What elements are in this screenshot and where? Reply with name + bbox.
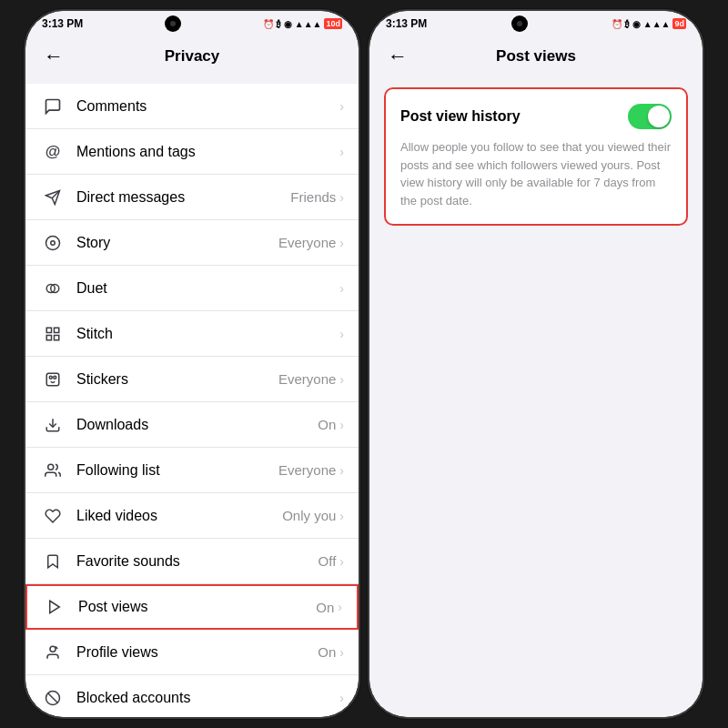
- right-time: 3:13 PM: [386, 17, 427, 30]
- menu-item-story[interactable]: Story Everyone ›: [25, 220, 359, 266]
- menu-item-blocked[interactable]: Blocked accounts ›: [25, 675, 359, 717]
- svg-rect-9: [55, 335, 59, 339]
- post-view-toggle[interactable]: [628, 104, 672, 129]
- postviews-value: On: [316, 600, 334, 615]
- favorite-value: Off: [318, 553, 337, 569]
- duet-chevron: ›: [339, 281, 344, 296]
- svg-rect-10: [46, 373, 59, 386]
- svg-rect-8: [46, 335, 51, 339]
- menu-item-following[interactable]: Following list Everyone ›: [25, 448, 359, 493]
- menu-item-profileviews[interactable]: Profile views On ›: [25, 630, 359, 675]
- svg-point-16: [50, 646, 56, 652]
- left-back-button[interactable]: ←: [40, 41, 67, 72]
- post-view-history-card: Post view history Allow people you follo…: [384, 87, 688, 226]
- card-description: Allow people you follow to see that you …: [400, 138, 672, 209]
- following-label: Following list: [76, 462, 278, 479]
- right-back-button[interactable]: ←: [384, 41, 411, 72]
- following-value: Everyone: [278, 462, 336, 478]
- menu-item-favorite[interactable]: Favorite sounds Off ›: [25, 539, 359, 584]
- stickers-chevron: ›: [339, 372, 344, 387]
- stickers-icon: [40, 367, 66, 392]
- stitch-label: Stitch: [76, 326, 339, 342]
- dm-chevron: ›: [339, 190, 344, 205]
- right-status-icons: ⏰ ₿ ◉ ▲▲▲ 9d: [612, 18, 686, 29]
- downloads-chevron: ›: [339, 418, 344, 432]
- profileviews-icon: [40, 640, 66, 665]
- toggle-thumb: [648, 106, 670, 127]
- stickers-value: Everyone: [278, 371, 336, 387]
- postviews-label: Post views: [78, 599, 316, 615]
- story-icon: [40, 230, 66, 256]
- camera-dot: [165, 15, 181, 32]
- story-value: Everyone: [278, 235, 336, 250]
- card-title: Post view history: [400, 108, 521, 125]
- story-chevron: ›: [339, 236, 344, 250]
- postviews-icon: [42, 594, 67, 620]
- following-icon: [40, 458, 66, 483]
- comments-icon: [40, 94, 66, 119]
- liked-value: Only you: [282, 508, 336, 523]
- left-scroll-content: Comments › @ Mentions and tags ›: [25, 76, 359, 717]
- right-scroll-content: Post view history Allow people you follo…: [369, 76, 703, 717]
- mentions-label: Mentions and tags: [76, 144, 339, 160]
- left-battery: 10d: [324, 18, 342, 29]
- left-status-bar: 3:13 PM ⏰ ₿ ◉ ▲▲▲ 10d: [25, 11, 359, 36]
- svg-rect-6: [46, 328, 51, 332]
- profileviews-value: On: [318, 644, 336, 660]
- following-chevron: ›: [339, 463, 344, 478]
- liked-chevron: ›: [339, 509, 344, 523]
- menu-item-mentions[interactable]: @ Mentions and tags ›: [25, 129, 359, 175]
- menu-item-stickers[interactable]: Stickers Everyone ›: [25, 357, 359, 402]
- card-header: Post view history: [400, 104, 672, 129]
- dm-label: Direct messages: [76, 189, 290, 206]
- right-phone: 3:13 PM ⏰ ₿ ◉ ▲▲▲ 9d ← Post views Post v…: [368, 9, 704, 719]
- menu-item-dm[interactable]: Direct messages Friends ›: [25, 175, 359, 220]
- mentions-chevron: ›: [339, 145, 344, 159]
- mentions-icon: @: [40, 139, 66, 165]
- right-page-title: Post views: [411, 47, 661, 66]
- svg-point-3: [51, 240, 56, 245]
- downloads-value: On: [318, 417, 336, 432]
- liked-icon: [40, 503, 66, 529]
- privacy-menu: Comments › @ Mentions and tags ›: [25, 84, 359, 717]
- menu-item-duet[interactable]: Duet ›: [25, 266, 359, 311]
- blocked-label: Blocked accounts: [76, 690, 339, 706]
- stitch-icon: [40, 321, 66, 347]
- svg-rect-7: [55, 328, 59, 332]
- stitch-chevron: ›: [339, 327, 344, 341]
- postviews-chevron: ›: [338, 600, 342, 614]
- favorite-chevron: ›: [339, 554, 344, 569]
- right-status-bar: 3:13 PM ⏰ ₿ ◉ ▲▲▲ 9d: [369, 11, 703, 36]
- menu-item-stitch[interactable]: Stitch ›: [25, 311, 359, 357]
- status-icons: ⏰ ₿ ◉ ▲▲▲ 10d: [263, 18, 342, 29]
- liked-label: Liked videos: [76, 508, 282, 524]
- favorite-icon: [40, 549, 66, 574]
- svg-point-11: [49, 376, 52, 379]
- profileviews-label: Profile views: [76, 644, 318, 661]
- blocked-icon: [40, 685, 66, 711]
- right-nav-bar: ← Post views: [369, 36, 703, 76]
- svg-line-18: [48, 693, 58, 703]
- menu-item-comments[interactable]: Comments ›: [25, 84, 359, 129]
- downloads-icon: [40, 412, 66, 438]
- dm-icon: [40, 185, 66, 210]
- right-battery: 9d: [672, 18, 686, 29]
- menu-item-postviews[interactable]: Post views On ›: [25, 584, 359, 630]
- comments-chevron: ›: [339, 99, 344, 114]
- svg-point-12: [54, 376, 56, 379]
- downloads-label: Downloads: [76, 417, 318, 433]
- left-phone: 3:13 PM ⏰ ₿ ◉ ▲▲▲ 10d ← Privacy: [24, 9, 360, 719]
- comments-label: Comments: [76, 98, 339, 115]
- menu-item-downloads[interactable]: Downloads On ›: [25, 402, 359, 448]
- blocked-chevron: ›: [339, 691, 344, 705]
- right-camera-dot: [511, 15, 528, 32]
- stickers-label: Stickers: [76, 371, 278, 388]
- svg-marker-15: [50, 601, 60, 613]
- svg-point-2: [46, 236, 60, 249]
- profileviews-chevron: ›: [339, 645, 344, 660]
- menu-item-liked[interactable]: Liked videos Only you ›: [25, 493, 359, 539]
- left-page-title: Privacy: [67, 47, 317, 66]
- favorite-label: Favorite sounds: [76, 553, 318, 570]
- left-nav-bar: ← Privacy: [25, 36, 359, 76]
- left-time: 3:13 PM: [42, 17, 83, 30]
